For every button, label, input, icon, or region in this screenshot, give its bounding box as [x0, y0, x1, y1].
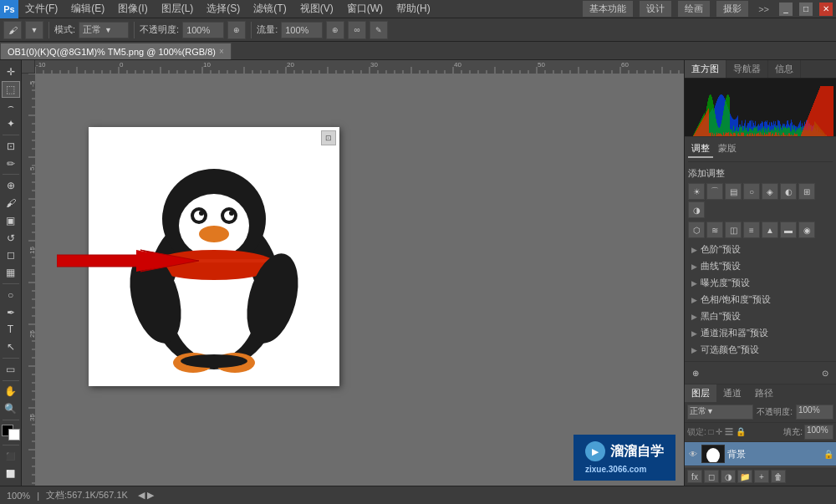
layers-tab-paths[interactable]: 路径 [748, 384, 780, 402]
tool-clone[interactable]: ▣ [2, 212, 20, 229]
tablet-btn[interactable]: ✎ [370, 21, 388, 39]
opacity-pressure-btn[interactable]: ⊕ [227, 21, 246, 39]
menu-select[interactable]: 选择(S) [200, 0, 247, 18]
menu-help[interactable]: 帮助(H) [390, 0, 437, 18]
menu-file[interactable]: 文件(F) [18, 0, 64, 18]
layer-new-btn[interactable]: + [754, 470, 769, 483]
adj-icon-levels[interactable]: ▤ [725, 183, 742, 200]
canvas-area[interactable]: ⊡ [22, 60, 684, 486]
hist-tab-info[interactable]: 信息 [768, 60, 801, 78]
adj-icon-gradient-map[interactable]: ▬ [780, 221, 797, 238]
adj-icon-posterize[interactable]: ≡ [743, 221, 760, 238]
workspace-basic[interactable]: 基本功能 [583, 1, 633, 17]
tool-eyedropper[interactable]: ✏ [2, 155, 20, 172]
hist-tab-navigator[interactable]: 导航器 [726, 60, 768, 78]
adj-item-exposure[interactable]: ▶ 曝光度"预设 [688, 275, 833, 291]
adj-item-selective-color-label: 可选颜色"预设 [701, 344, 759, 356]
tool-healing[interactable]: ⊕ [2, 177, 20, 194]
tool-screen-mode[interactable]: ⬜ [2, 466, 20, 482]
file-tab[interactable]: OB1(0)(K)Q(@8G1M)% TM5.png @ 100%(RGB/8)… [0, 43, 232, 59]
workspace-design[interactable]: 设计 [640, 1, 671, 17]
color-swatches[interactable] [2, 425, 20, 441]
tool-quick-mask[interactable]: ⬛ [2, 448, 20, 465]
adj-icon-selective-color[interactable]: ◉ [798, 221, 815, 238]
adj-icon-channel-mixer[interactable]: ≋ [706, 221, 723, 238]
tool-pen[interactable]: ✒ [2, 304, 20, 321]
tool-lasso[interactable]: ⌢ [2, 99, 20, 115]
layer-style-btn[interactable]: fx [687, 470, 702, 483]
tool-dodge[interactable]: ○ [2, 287, 20, 303]
flow-pressure-btn[interactable]: ⊕ [326, 21, 344, 39]
menu-image[interactable]: 图像(I) [111, 0, 154, 18]
tool-type[interactable]: T [2, 321, 20, 338]
background-color[interactable] [8, 429, 20, 440]
adj-item-channel-mixer[interactable]: ▶ 通道混和器"预设 [688, 325, 833, 341]
tool-shape[interactable]: ▭ [2, 361, 20, 378]
tool-brush[interactable]: 🖌 [2, 195, 20, 211]
menu-edit[interactable]: 编辑(E) [64, 0, 111, 18]
adj-item-curves[interactable]: ▶ 曲线"预设 [688, 258, 833, 274]
close-button[interactable]: ✕ [819, 3, 833, 16]
adj-item-bw[interactable]: ▶ 黑白"预设 [688, 308, 833, 324]
adj-icon-exposure[interactable]: ○ [743, 183, 760, 200]
adj-item-selective-color[interactable]: ▶ 可选颜色"预设 [688, 342, 833, 358]
menu-view[interactable]: 视图(V) [293, 0, 340, 18]
tool-path-select[interactable]: ↖ [2, 339, 20, 355]
workspace-photo[interactable]: 摄影 [716, 1, 748, 17]
tool-sep2 [3, 174, 19, 175]
blend-mode-dropdown[interactable]: 正常▼ [687, 405, 753, 420]
brush-preset-btn[interactable]: 🖌 [3, 21, 22, 39]
menu-layer[interactable]: 图层(L) [155, 0, 201, 18]
layer-item-background[interactable]: 👁 背景 🔒 [685, 442, 836, 466]
tool-hand[interactable]: ✋ [2, 383, 20, 400]
layers-tab-channels[interactable]: 通道 [716, 384, 748, 402]
fill-value[interactable]: 100% [804, 425, 833, 440]
mode-dropdown[interactable]: 正常▼ [79, 22, 129, 38]
flow-input[interactable] [281, 22, 323, 38]
menu-filter[interactable]: 滤镜(T) [247, 0, 293, 18]
tool-move[interactable]: ✛ [2, 64, 20, 80]
brush-settings-btn[interactable]: ▼ [25, 21, 43, 39]
opacity-input[interactable] [182, 22, 224, 38]
nav-arrows[interactable]: ◀ ▶ [138, 490, 154, 501]
adj-icon-brightness[interactable]: ☀ [688, 183, 705, 200]
tool-crop[interactable]: ⊡ [2, 138, 20, 155]
adj-item-hsl[interactable]: ▶ 色相/饱和度"预设 [688, 292, 833, 308]
canvas-icon: ⊡ [321, 130, 336, 145]
adj-icon-bw[interactable]: ◑ [688, 201, 705, 218]
maximize-button[interactable]: □ [799, 3, 813, 16]
layer-visibility-toggle[interactable]: 👁 [687, 448, 699, 460]
adj-icon-invert[interactable]: ◫ [725, 221, 742, 238]
adj-icon-hsl[interactable]: ◐ [780, 183, 797, 200]
layer-delete-btn[interactable]: 🗑 [771, 470, 786, 483]
ext-arrow[interactable]: >> [755, 4, 772, 14]
adj-item-levels[interactable]: ▶ 色阶"预设 [688, 242, 833, 257]
adj-bottom-icon1[interactable]: ⊕ [687, 364, 704, 381]
adj-icon-photo-filter[interactable]: ⬡ [688, 221, 705, 238]
adj-icon-vibrance[interactable]: ◈ [762, 183, 778, 200]
workspace-paint[interactable]: 绘画 [678, 1, 710, 17]
adj-icon-color-balance[interactable]: ⊞ [798, 183, 815, 200]
menu-window[interactable]: 窗口(W) [340, 0, 390, 18]
tool-history-brush[interactable]: ↺ [2, 230, 20, 247]
adj-tab-adjustments[interactable]: 调整 [688, 140, 713, 158]
minimize-button[interactable]: _ [779, 3, 793, 16]
layer-group-btn[interactable]: 📁 [737, 470, 752, 483]
adj-tab-mask[interactable]: 蒙版 [715, 140, 740, 158]
tool-eraser[interactable]: ◻ [2, 247, 20, 263]
adj-icon-threshold[interactable]: ▲ [762, 221, 778, 238]
layer-adjustment-btn[interactable]: ◑ [721, 470, 736, 483]
tool-gradient[interactable]: ▦ [2, 264, 20, 281]
airbrush-btn[interactable]: ∞ [348, 21, 366, 39]
layers-tab-layers[interactable]: 图层 [685, 384, 716, 402]
zoom-level: 100% [7, 491, 30, 501]
opacity-value[interactable]: 100% [796, 405, 833, 420]
tool-marquee[interactable]: ⬚ [2, 81, 20, 98]
adj-bottom-icon2[interactable]: ⊙ [817, 364, 833, 381]
layer-mask-btn[interactable]: ◻ [704, 470, 719, 483]
tool-magic-wand[interactable]: ✦ [2, 115, 20, 132]
hist-tab-histogram[interactable]: 直方图 [685, 60, 726, 78]
adj-icon-curves[interactable]: ⌒ [706, 183, 723, 200]
tab-close[interactable]: × [219, 47, 224, 56]
tool-zoom[interactable]: 🔍 [2, 400, 20, 417]
